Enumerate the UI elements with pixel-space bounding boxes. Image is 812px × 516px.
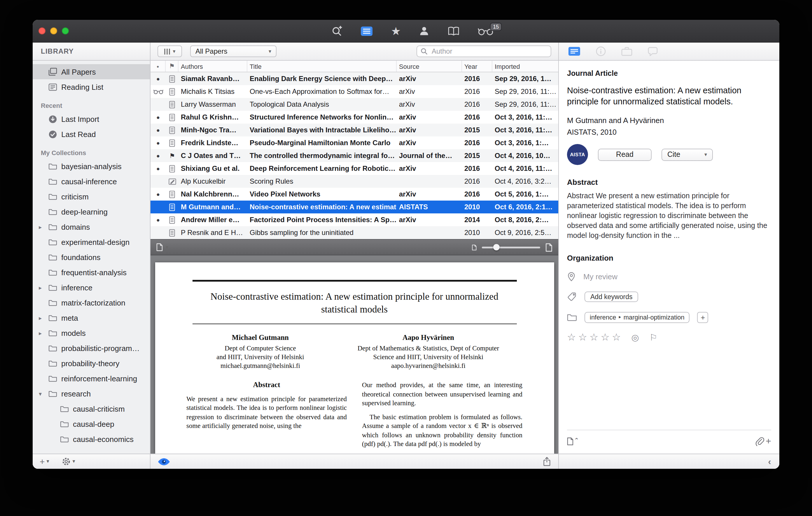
folder-icon — [59, 420, 69, 427]
sidebar-collection-item[interactable]: causal-criticism — [33, 401, 150, 416]
table-row[interactable]: • ⚑ M Gutmann and… Noise-contrastive est… — [150, 201, 558, 213]
library-list-icon[interactable] — [360, 26, 373, 36]
sidebar-collection-item[interactable]: ▸ domains — [33, 219, 150, 234]
sidebar-collection-item[interactable]: experimental-design — [33, 234, 150, 249]
sidebar-item-all-papers[interactable]: All Papers — [33, 64, 150, 79]
add-collection-button[interactable]: + — [697, 312, 708, 323]
add-attachment-button[interactable]: + — [755, 436, 771, 447]
sidebar-collection-item[interactable]: criticism — [33, 189, 150, 204]
sidebar-collection-item[interactable]: matrix-factorization — [33, 295, 150, 310]
row-year: 2016 — [462, 190, 492, 198]
column-header-imported[interactable]: Imported — [492, 61, 558, 72]
table-row[interactable]: • ⚑ Siamak Ravanb… Enabling Dark Energy … — [150, 72, 558, 85]
table-row[interactable]: • ⚑ Rahul G Krishn… Structured Inference… — [150, 111, 558, 124]
rating-star[interactable]: ☆ — [612, 331, 621, 343]
column-header-flag[interactable]: ⚑ — [166, 61, 178, 72]
search-input[interactable] — [431, 47, 547, 56]
table-row[interactable]: • ⚑ Alp Kucukelbir Scoring Rules 2016 Oc… — [150, 175, 558, 188]
tab-details-icon[interactable] — [568, 47, 580, 56]
sidebar-collection-item[interactable]: ▸ inference — [33, 280, 150, 295]
add-keywords-button[interactable]: Add keywords — [584, 292, 638, 302]
rating-star[interactable]: ☆ — [589, 331, 599, 343]
share-button[interactable] — [543, 457, 551, 466]
search-add-icon[interactable] — [331, 25, 342, 36]
columns-button[interactable]: ▾ — [157, 45, 182, 57]
minimize-window-button[interactable] — [50, 27, 57, 34]
table-row[interactable]: • ⚑ Minh-Ngoc Tra… Variational Bayes wit… — [150, 124, 558, 136]
tab-comments-icon[interactable] — [647, 47, 658, 56]
column-header-year[interactable]: Year — [462, 61, 492, 72]
zoom-small-page-icon[interactable] — [472, 244, 476, 250]
sidebar-collection-item[interactable]: causal-inference — [33, 174, 150, 189]
zoom-slider[interactable] — [482, 246, 540, 248]
collapse-inspector-button[interactable]: ‹ — [768, 456, 771, 467]
zoom-slider-knob[interactable] — [493, 244, 500, 250]
sidebar-collection-item[interactable]: ▸ meta — [33, 310, 150, 325]
sidebar-collection-item[interactable]: frequentist-analysis — [33, 265, 150, 280]
page-popup-button[interactable]: ˆ — [567, 437, 578, 446]
disclosure-triangle[interactable]: ▸ — [36, 284, 44, 291]
sidebar-collection-item[interactable]: causal-deep — [33, 416, 150, 431]
table-row[interactable]: • ⚑ Michalis K Titsias One-vs-Each Appro… — [150, 85, 558, 98]
sidebar-collection-item[interactable]: ▾ research — [33, 386, 150, 401]
rating-star[interactable]: ☆ — [567, 331, 576, 343]
sidebar-item-last-import[interactable]: Last Import — [33, 111, 150, 126]
sidebar-item-reading-list[interactable]: Reading List — [33, 79, 150, 94]
disclosure-triangle[interactable]: ▸ — [36, 330, 44, 336]
search-field[interactable] — [416, 45, 551, 57]
sidebar-collection-item[interactable]: reinforcement-learning — [33, 371, 150, 386]
disclosure-triangle[interactable]: ▾ — [36, 390, 44, 397]
collection-scope-select[interactable]: All Papers ▾ — [190, 45, 277, 57]
rating-star[interactable]: ☆ — [578, 331, 587, 343]
sidebar-item-last-read[interactable]: Last Read — [33, 126, 150, 142]
column-header-authors[interactable]: Authors — [178, 61, 247, 72]
table-row[interactable]: • ⚑ C J Oates and T… The controlled ther… — [150, 149, 558, 162]
column-header-source[interactable]: Source — [397, 61, 462, 72]
preview-eye-button[interactable] — [157, 457, 170, 465]
collection-chip[interactable]: inference ‣ marginal-optimization — [584, 312, 690, 323]
inspector-panel: Journal Article Noise-contrastive estima… — [559, 61, 779, 454]
disclosure-triangle[interactable]: ▸ — [36, 223, 44, 230]
chevron-down-icon: ▾ — [166, 245, 168, 250]
disclosure-triangle[interactable]: ▸ — [36, 314, 44, 321]
table-row[interactable]: • ⚑ P Resnik and E H… Gibbs sampling for… — [150, 226, 558, 239]
sidebar-collection-item[interactable]: probabilistic-program… — [33, 340, 150, 356]
close-window-button[interactable] — [38, 27, 46, 34]
book-icon[interactable] — [447, 26, 460, 36]
table-row[interactable]: • ⚑ Andrew Miller e… Factorized Point Pr… — [150, 213, 558, 226]
sidebar-collection-item[interactable]: bayesian-analysis — [33, 159, 150, 174]
rating-star[interactable]: ☆ — [601, 331, 610, 343]
table-row[interactable]: • ⚑ Larry Wasserman Topological Data Ana… — [150, 98, 558, 111]
paper-venue: AISTATS, 2010 — [567, 128, 771, 136]
row-year: 2016 — [462, 113, 492, 121]
sidebar-collection-item[interactable]: ▸ models — [33, 325, 150, 340]
column-header-status[interactable]: • — [150, 61, 166, 72]
add-collection-menu-button[interactable]: + — [40, 457, 45, 466]
collections-list: bayesian-analysis causal-inference criti… — [33, 159, 150, 447]
favorites-star-icon[interactable]: ★ — [391, 25, 401, 36]
collection-label: experimental-design — [61, 238, 129, 246]
tab-info-icon[interactable] — [596, 46, 606, 57]
gear-icon[interactable] — [62, 457, 71, 466]
flag-toggle-icon[interactable]: ⚐ — [649, 332, 658, 342]
zoom-large-page-icon[interactable] — [545, 243, 552, 251]
table-row[interactable]: • ⚑ Shixiang Gu et al. Deep Reinforcemen… — [150, 162, 558, 175]
table-row[interactable]: • ⚑ Nal Kalchbrenn… Video Pixel Networks… — [150, 188, 558, 201]
zoom-window-button[interactable] — [62, 27, 69, 34]
pdf-page-menu-button[interactable]: ▾ — [156, 243, 168, 251]
tab-briefcase-icon[interactable] — [621, 47, 632, 56]
sidebar-collection-item[interactable]: deep-learning — [33, 204, 150, 219]
sidebar-collection-item[interactable]: foundations — [33, 249, 150, 265]
cite-dropdown-button[interactable]: Cite ▾ — [662, 148, 713, 161]
column-header-title[interactable]: Title — [247, 61, 397, 72]
sidebar-collection-item[interactable]: probability-theory — [33, 356, 150, 371]
read-button[interactable]: Read — [598, 148, 651, 161]
people-icon[interactable] — [419, 26, 429, 36]
sidebar-collection-item[interactable]: causal-economics — [33, 431, 150, 447]
row-source: AISTATS — [397, 203, 462, 211]
color-label-icon[interactable]: ◎ — [632, 332, 639, 342]
review-placeholder[interactable]: My review — [583, 272, 617, 281]
pdf-preview-area[interactable]: Noise-contrastive estimation: A new esti… — [150, 255, 558, 454]
reading-glasses-icon[interactable]: 15 — [478, 27, 493, 35]
table-row[interactable]: • ⚑ Fredrik Lindste… Pseudo-Marginal Ham… — [150, 136, 558, 149]
